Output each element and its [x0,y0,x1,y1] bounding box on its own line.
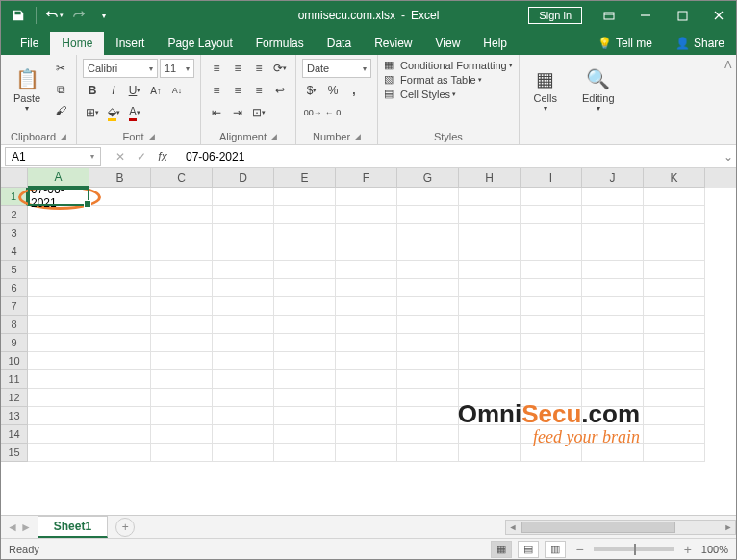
cell[interactable] [151,188,213,206]
cell[interactable] [274,279,336,297]
align-left-icon[interactable]: ≡ [207,81,226,100]
cell-styles-button[interactable]: ▤ Cell Styles▾ [384,88,456,100]
cell[interactable] [397,242,459,261]
column-header[interactable]: J [582,168,644,188]
copy-icon[interactable]: ⧉ [51,80,70,99]
cell[interactable] [213,279,274,297]
cell[interactable] [459,188,521,206]
cell[interactable] [521,242,582,261]
row-header[interactable]: 13 [1,407,28,425]
format-as-table-button[interactable]: ▧ Format as Table▾ [384,73,482,86]
cell[interactable] [28,242,89,261]
share-button[interactable]: 👤Share [664,32,736,55]
cell[interactable] [521,334,582,352]
cell[interactable] [89,444,151,462]
wrap-text-icon[interactable]: ↩ [270,81,290,100]
font-color-icon[interactable]: A▾ [125,103,144,122]
align-center-icon[interactable]: ≡ [228,81,247,100]
normal-view-icon[interactable]: ▦ [491,541,512,558]
cell[interactable] [213,261,274,279]
tab-page-layout[interactable]: Page Layout [156,32,243,55]
cell[interactable] [397,425,459,444]
cell[interactable] [274,206,336,224]
cell[interactable] [151,206,213,224]
column-header[interactable]: A [28,168,89,188]
row-header[interactable]: 10 [1,352,28,370]
cell[interactable] [644,261,705,279]
column-header[interactable]: F [336,168,397,188]
column-header[interactable]: I [521,168,582,188]
fill-color-icon[interactable]: ⬙▾ [104,103,123,122]
page-layout-view-icon[interactable]: ▤ [518,541,539,558]
tab-insert[interactable]: Insert [104,32,156,55]
cell[interactable] [521,444,582,462]
cell[interactable] [336,242,397,261]
cell[interactable] [397,370,459,389]
orientation-icon[interactable]: ⟳▾ [270,59,290,78]
cell[interactable] [89,334,151,352]
format-painter-icon[interactable]: 🖌 [51,101,70,120]
cell[interactable] [28,389,89,407]
number-format-combo[interactable]: Date▾ [302,59,371,78]
name-box[interactable]: A1▾ [5,147,101,166]
cell[interactable] [644,279,705,297]
cell[interactable] [336,316,397,334]
zoom-out-button[interactable]: − [572,542,587,557]
number-launcher-icon[interactable]: ◢ [354,132,361,141]
cell[interactable] [644,444,705,462]
tab-file[interactable]: File [9,32,50,55]
cell[interactable] [28,316,89,334]
tab-review[interactable]: Review [363,32,423,55]
cell[interactable] [89,425,151,444]
zoom-in-button[interactable]: + [680,542,696,557]
cell[interactable] [274,352,336,370]
cell[interactable] [582,188,644,206]
borders-icon[interactable]: ⊞▾ [83,103,102,122]
cell[interactable] [459,224,521,242]
paste-button[interactable]: 📋 Paste ▾ [7,59,47,118]
cell[interactable] [213,352,274,370]
accounting-format-icon[interactable]: $▾ [302,81,321,100]
cell[interactable] [274,297,336,316]
row-header[interactable]: 15 [1,444,28,462]
column-header[interactable]: C [151,168,213,188]
cell[interactable] [521,352,582,370]
cell[interactable] [336,261,397,279]
column-header[interactable]: B [89,168,151,188]
decrease-font-icon[interactable]: A↓ [167,81,187,100]
cell[interactable] [151,316,213,334]
increase-decimal-icon[interactable]: .00→ [302,103,321,122]
cell[interactable] [582,444,644,462]
cell[interactable] [397,224,459,242]
expand-formula-bar-icon[interactable]: ⌄ [721,150,736,164]
cell[interactable] [336,224,397,242]
cell[interactable] [151,297,213,316]
row-header[interactable]: 8 [1,316,28,334]
tab-help[interactable]: Help [471,32,519,55]
cell[interactable] [274,224,336,242]
cell[interactable] [459,297,521,316]
font-size-combo[interactable]: 11▾ [160,59,194,78]
cell[interactable] [151,444,213,462]
cell[interactable] [151,279,213,297]
cell[interactable] [644,425,705,444]
cell[interactable] [213,407,274,425]
align-right-icon[interactable]: ≡ [249,81,268,100]
bold-button[interactable]: B [83,81,102,100]
cell[interactable] [213,425,274,444]
increase-font-icon[interactable]: A↑ [146,81,165,100]
cell[interactable] [213,297,274,316]
column-header[interactable]: E [274,168,336,188]
cell[interactable] [28,297,89,316]
row-header[interactable]: 5 [1,261,28,279]
cell[interactable] [151,224,213,242]
cell[interactable] [151,352,213,370]
cell[interactable] [397,206,459,224]
cell[interactable] [459,352,521,370]
row-header[interactable]: 12 [1,389,28,407]
clipboard-launcher-icon[interactable]: ◢ [60,132,66,141]
cell[interactable] [644,316,705,334]
row-header[interactable]: 1 [1,188,28,206]
cell[interactable] [397,334,459,352]
cell[interactable] [644,407,705,425]
